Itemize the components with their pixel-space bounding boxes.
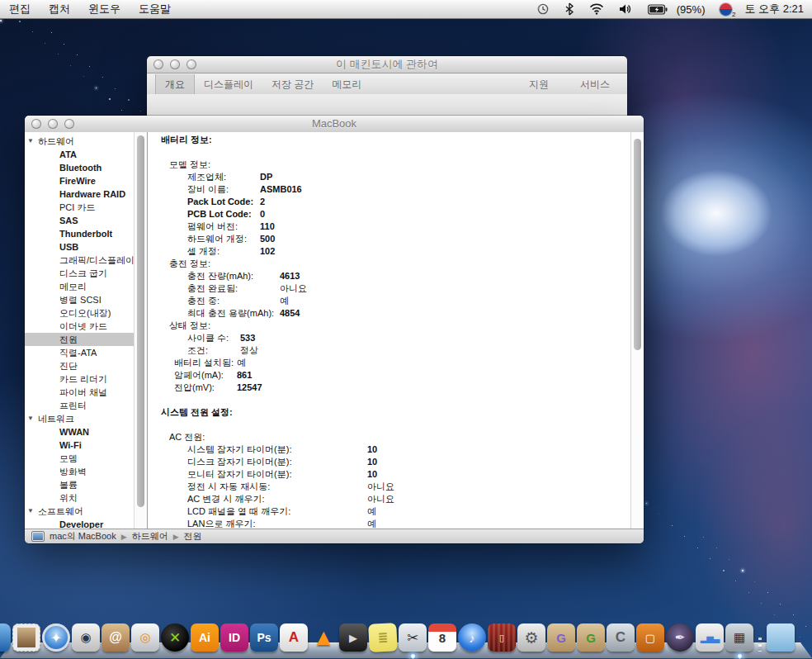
dock-icon-finder[interactable]: [0, 622, 12, 653]
wifi-icon[interactable]: [582, 0, 611, 18]
about-links: 지원서비스: [520, 74, 619, 94]
sidebar-scrollbar-thumb[interactable]: [137, 135, 144, 507]
disclosure-triangle-icon[interactable]: ▼: [27, 135, 34, 148]
sidebar-item-이더넷 카드[interactable]: 이더넷 카드: [25, 320, 147, 333]
dock-icon-green-x-app[interactable]: ✕: [160, 622, 190, 653]
sidebar-item-카드 리더기[interactable]: 카드 리더기: [25, 372, 147, 386]
menu-clock[interactable]: 토 오후 2:21: [739, 2, 812, 17]
sidebar-item-병렬 SCSI[interactable]: 병렬 SCSI: [25, 293, 147, 306]
volume-icon[interactable]: [611, 0, 640, 18]
sidebar-item-직렬-ATA[interactable]: 직렬-ATA: [25, 346, 147, 359]
sysinfo-titlebar[interactable]: MacBook: [25, 116, 644, 133]
sidebar-item-ATA[interactable]: ATA: [25, 148, 147, 161]
dock-icon-vlc[interactable]: ▲: [309, 622, 338, 653]
link-서비스[interactable]: 서비스: [571, 74, 619, 94]
sidebar-item-볼륨[interactable]: 볼륨: [25, 478, 147, 491]
battery-percent[interactable]: (95%): [675, 0, 713, 18]
link-지원[interactable]: 지원: [520, 74, 558, 94]
report-value: 4613: [280, 271, 300, 281]
report-label: 셀 개정:: [187, 245, 260, 258]
running-indicator: [737, 653, 743, 659]
tab-저장 공간[interactable]: 저장 공간: [262, 74, 323, 94]
sidebar-item-Bluetooth[interactable]: Bluetooth: [25, 161, 147, 174]
sidebar-item-디스크 굽기[interactable]: 디스크 굽기: [25, 267, 147, 280]
sidebar-item-PCI 카드[interactable]: PCI 카드: [25, 201, 147, 214]
sidebar-item-소프트웨어[interactable]: ▼소프트웨어: [25, 505, 147, 518]
sidebar-item-Wi-Fi[interactable]: Wi-Fi: [25, 439, 147, 452]
disclosure-triangle-icon[interactable]: ▼: [27, 412, 34, 425]
bluetooth-icon[interactable]: [557, 0, 582, 18]
dock-icon-pages[interactable]: ✒: [665, 622, 695, 653]
sidebar-item-FireWire[interactable]: FireWire: [25, 174, 147, 187]
sidebar-item-위치[interactable]: 위치: [25, 491, 147, 505]
tab-개요[interactable]: 개요: [155, 74, 195, 94]
sidebar-item-그래픽/디스플레이[interactable]: 그래픽/디스플레이: [25, 254, 147, 267]
sidebar-item-방화벽[interactable]: 방화벽: [25, 465, 147, 478]
dock-icon-downloads-folder[interactable]: [766, 622, 795, 653]
sidebar-item-Thunderbolt[interactable]: Thunderbolt: [25, 227, 147, 240]
report-row: [154, 146, 627, 159]
menu-item-1[interactable]: 편집: [0, 0, 40, 18]
dock-icon-system-preferences[interactable]: ⚙: [517, 622, 546, 653]
photoshop-icon: Ps: [250, 623, 278, 652]
sidebar-item-프린터[interactable]: 프린터: [25, 399, 147, 412]
breadcrumb: mac의 MacBook▶하드웨어▶전원: [50, 530, 202, 543]
sidebar-item-WWAN[interactable]: WWAN: [25, 425, 147, 439]
dock-icon-itunes[interactable]: ♪: [457, 622, 487, 653]
report-value: 10: [367, 457, 377, 467]
sidebar-item-오디오(내장)[interactable]: 오디오(내장): [25, 306, 147, 320]
indesign-icon: ID: [220, 623, 248, 652]
dock-icon-mail[interactable]: [12, 622, 41, 653]
dock-icon-grab[interactable]: ✂: [398, 622, 427, 653]
sidebar-item-Developer[interactable]: Developer: [25, 518, 147, 529]
report-label: 배터리 정보:: [161, 134, 212, 146]
dock-icon-toast[interactable]: ◎: [130, 622, 160, 653]
battery-icon[interactable]: [640, 0, 675, 18]
dock-icon-keynote[interactable]: ▢: [635, 622, 665, 653]
dock-icon-archive-green[interactable]: G: [576, 622, 606, 653]
sidebar-item-전원[interactable]: 전원: [25, 333, 147, 346]
report-row: 시스템 잠자기 타이머(분):10: [154, 443, 627, 456]
report-value: 0: [260, 209, 265, 219]
dock-icon-stickies[interactable]: ≣: [368, 622, 398, 653]
dock-icon-clamp-tool[interactable]: C: [606, 622, 635, 653]
disclosure-triangle-icon[interactable]: ▼: [27, 505, 34, 518]
dock-icon-indesign[interactable]: ID: [220, 622, 249, 653]
dock-icon-address-book[interactable]: @: [101, 622, 130, 653]
menu-item-3[interactable]: 윈도우: [79, 0, 130, 18]
dock-icon-acrobat-reader[interactable]: A: [279, 622, 309, 653]
sidebar-scrollbar[interactable]: [134, 132, 147, 529]
dock-icon-media-player[interactable]: ▶: [338, 622, 368, 653]
dock-icon-facetime[interactable]: ◉: [71, 622, 101, 653]
dock-icon-numbers[interactable]: ▂▅▃: [695, 622, 725, 653]
dock-icon-illustrator[interactable]: Ai: [190, 622, 220, 653]
sidebar-item-진단[interactable]: 진단: [25, 359, 147, 372]
content-scrollbar-thumb[interactable]: [634, 139, 641, 350]
tab-디스플레이[interactable]: 디스플레이: [195, 74, 262, 94]
report-value: 533: [240, 333, 255, 343]
input-source-flag-icon[interactable]: 2: [712, 0, 739, 18]
menu-item-4[interactable]: 도움말: [130, 0, 180, 18]
sidebar-item-메모리[interactable]: 메모리: [25, 280, 147, 293]
sidebar-item-파이버 채널[interactable]: 파이버 채널: [25, 386, 147, 399]
about-titlebar[interactable]: 이 매킨토시에 관하여: [147, 56, 627, 73]
sidebar-item-USB[interactable]: USB: [25, 240, 147, 254]
sidebar-item-Hardware RAID[interactable]: Hardware RAID: [25, 187, 147, 201]
content-scrollbar[interactable]: [630, 132, 644, 529]
tab-메모리[interactable]: 메모리: [323, 74, 371, 94]
sidebar-item-하드웨어[interactable]: ▼하드웨어: [25, 135, 147, 148]
dock-icon-ical[interactable]: 8: [427, 622, 457, 653]
dock-icon-system-information[interactable]: ▦: [725, 622, 754, 653]
dock-icon-photoshop[interactable]: Ps: [249, 622, 279, 653]
sidebar-item-모뎀[interactable]: 모뎀: [25, 452, 147, 465]
sidebar-item-네트워크[interactable]: ▼네트워크: [25, 412, 147, 425]
dock-icon-photo-booth[interactable]: ▯: [487, 622, 517, 653]
report-row: 조건:정상: [154, 344, 627, 357]
menu-item-2[interactable]: 캡처: [40, 0, 79, 18]
sidebar-item-SAS[interactable]: SAS: [25, 214, 147, 227]
dock-icon-archive-purple[interactable]: G: [546, 622, 576, 653]
menu-items: 편집캡처윈도우도움말: [0, 0, 180, 18]
breadcrumb-arrow-icon: ▶: [121, 533, 127, 541]
time-machine-icon[interactable]: [529, 0, 557, 18]
dock-icon-safari[interactable]: ✦: [41, 622, 71, 653]
